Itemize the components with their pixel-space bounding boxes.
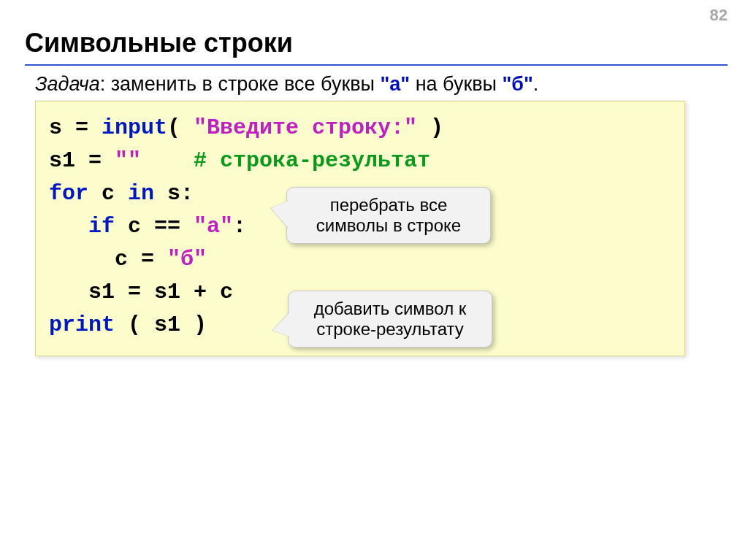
callout-line: перебрать все xyxy=(302,195,476,215)
callout-loop: перебрать все символы в строке xyxy=(286,187,491,244)
callout-line: символы в строке xyxy=(302,215,476,236)
task-text-3: . xyxy=(533,73,539,95)
callout-append: добавить символ к строке-результату xyxy=(288,291,492,348)
task-text-1: : заменить в строке все буквы xyxy=(100,73,381,95)
callout-tail-icon xyxy=(272,312,290,337)
task-label: Задача xyxy=(35,73,100,95)
callout-line: строке-результату xyxy=(303,319,477,340)
page-number: 82 xyxy=(710,6,728,25)
task-quote-b: "б" xyxy=(503,73,533,95)
task-text-2: на буквы xyxy=(410,73,502,95)
callout-tail-icon xyxy=(271,201,289,229)
task-statement: Задача: заменить в строке все буквы "а" … xyxy=(35,73,538,96)
page-title: Символьные строки xyxy=(25,28,293,58)
task-quote-a: "а" xyxy=(381,73,411,95)
title-divider xyxy=(25,64,728,66)
callout-line: добавить символ к xyxy=(303,299,477,319)
